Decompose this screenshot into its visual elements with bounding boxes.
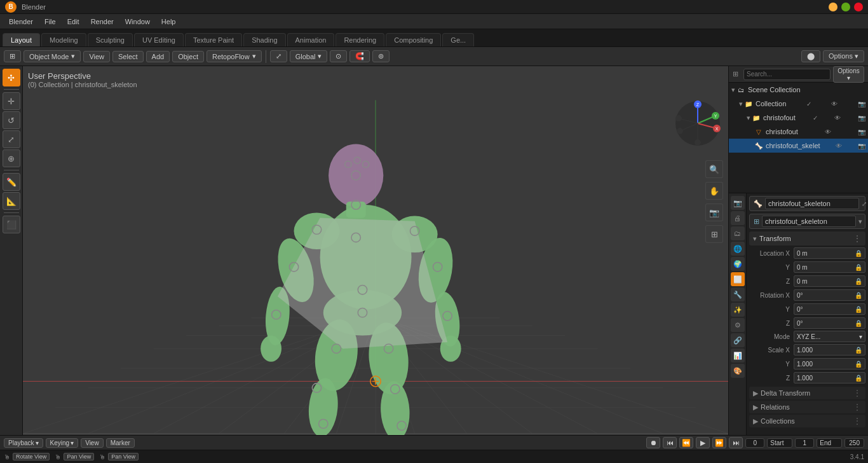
add-menu[interactable]: Add bbox=[146, 51, 170, 62]
scale-tool[interactable]: ⤢ bbox=[3, 130, 20, 148]
start-frame-field[interactable]: 1 bbox=[795, 438, 814, 448]
transform-dots-icon[interactable]: ⋮ bbox=[853, 233, 862, 244]
location-z-field[interactable]: 0 m 🔒 bbox=[794, 275, 865, 287]
outliner-item-christofout-folder[interactable]: ▾ 📁 christofout ✓ 👁 📷 bbox=[729, 111, 868, 125]
transform-tool[interactable]: ⊕ bbox=[3, 149, 20, 167]
menu-help[interactable]: Help bbox=[156, 17, 181, 27]
next-frame-btn[interactable]: ⏩ bbox=[712, 437, 726, 448]
annotate-tool[interactable]: ✏️ bbox=[3, 173, 20, 191]
christofout-folder-check-icon[interactable]: ✓ bbox=[813, 114, 818, 121]
menu-render[interactable]: Render bbox=[86, 17, 119, 27]
constraints-props-icon[interactable]: 🔗 bbox=[731, 333, 745, 347]
christofout-folder-eye-icon[interactable]: 👁 bbox=[834, 114, 841, 121]
christofout-mesh-eye-icon[interactable]: 👁 bbox=[825, 128, 831, 135]
close-button[interactable] bbox=[854, 3, 863, 11]
pivot-btn[interactable]: ⊙ bbox=[330, 50, 347, 62]
record-btn[interactable]: ⏺ bbox=[646, 437, 660, 448]
data-name-input[interactable] bbox=[762, 216, 856, 227]
rotate-tool[interactable]: ↺ bbox=[3, 111, 20, 129]
global-space-btn[interactable]: Global ▾ bbox=[290, 50, 328, 62]
location-x-lock-icon[interactable]: 🔒 bbox=[855, 250, 862, 257]
tab-layout[interactable]: Layout bbox=[3, 33, 40, 46]
outliner-item-collection[interactable]: ▾ 📁 Collection ✓ 👁 📷 bbox=[729, 97, 868, 111]
scale-y-lock-icon[interactable]: 🔒 bbox=[855, 361, 862, 368]
output-props-icon[interactable]: 🖨 bbox=[731, 211, 745, 225]
end-frame-field[interactable]: 250 bbox=[844, 438, 864, 448]
skeleton-cam-icon[interactable]: 📷 bbox=[858, 142, 865, 149]
play-btn[interactable]: ▶ bbox=[696, 437, 710, 448]
playback-menu[interactable]: Playback ▾ bbox=[4, 438, 43, 448]
location-y-lock-icon[interactable]: 🔒 bbox=[855, 264, 862, 271]
world-props-icon[interactable]: 🌍 bbox=[731, 257, 745, 271]
scale-x-field[interactable]: 1.000 🔒 bbox=[794, 344, 865, 356]
tab-animation[interactable]: Animation bbox=[287, 33, 335, 46]
tab-sculpting[interactable]: Sculpting bbox=[88, 33, 133, 46]
zoom-btn[interactable]: 🔍 bbox=[705, 160, 723, 178]
outliner-options-btn[interactable]: Options ▾ bbox=[833, 66, 864, 83]
tab-rendering[interactable]: Rendering bbox=[336, 33, 384, 46]
location-x-field[interactable]: 0 m 🔒 bbox=[794, 247, 865, 259]
delta-dots-icon[interactable]: ⋮ bbox=[853, 388, 862, 398]
scale-y-field[interactable]: 1.000 🔒 bbox=[794, 358, 865, 370]
skeleton-eye-icon[interactable]: 👁 bbox=[836, 142, 842, 149]
rotation-y-lock-icon[interactable]: 🔒 bbox=[855, 306, 862, 313]
maximize-button[interactable] bbox=[841, 3, 850, 11]
delta-transform-section[interactable]: ▶ Delta Transform ⋮ bbox=[749, 387, 865, 399]
tab-ge[interactable]: Ge... bbox=[442, 33, 474, 46]
location-y-field[interactable]: 0 m 🔒 bbox=[794, 261, 865, 273]
data-props-icon[interactable]: 📊 bbox=[731, 349, 745, 363]
rotation-x-field[interactable]: 0° 🔒 bbox=[794, 289, 865, 301]
skip-end-btn[interactable]: ⏭ bbox=[729, 437, 743, 448]
rotation-y-field[interactable]: 0° 🔒 bbox=[794, 303, 865, 315]
collection-check-icon[interactable]: ✓ bbox=[806, 100, 811, 107]
viewport[interactable]: User Perspective (0) Collection | christ… bbox=[23, 66, 728, 435]
collections-dots-icon[interactable]: ⋮ bbox=[853, 416, 862, 426]
tab-shading[interactable]: Shading bbox=[243, 33, 285, 46]
cursor-tool[interactable]: ✣ bbox=[3, 69, 20, 86]
object-props-icon[interactable]: ⬜ bbox=[731, 272, 745, 286]
editor-type-button[interactable]: ⊞ bbox=[4, 50, 21, 62]
collection-cam-icon[interactable]: 📷 bbox=[858, 100, 865, 107]
relations-dots-icon[interactable]: ⋮ bbox=[853, 402, 862, 412]
location-z-lock-icon[interactable]: 🔒 bbox=[855, 278, 862, 285]
tab-uv-editing[interactable]: UV Editing bbox=[134, 33, 184, 46]
scene-props-icon[interactable]: 🌐 bbox=[731, 242, 745, 256]
options-btn[interactable]: Options ▾ bbox=[823, 50, 864, 62]
object-menu[interactable]: Object bbox=[172, 51, 204, 62]
scale-z-lock-icon[interactable]: 🔒 bbox=[855, 375, 862, 382]
marker-menu[interactable]: Marker bbox=[106, 438, 135, 448]
viewport-options[interactable]: ⬤ bbox=[801, 50, 820, 62]
tab-modeling[interactable]: Modeling bbox=[41, 33, 86, 46]
transform-btn[interactable]: ⤢ bbox=[270, 50, 287, 62]
tab-compositing[interactable]: Compositing bbox=[386, 33, 441, 46]
christofout-folder-cam-icon[interactable]: 📷 bbox=[858, 114, 865, 121]
menu-file[interactable]: File bbox=[39, 17, 61, 27]
grid-btn[interactable]: ⊞ bbox=[705, 225, 723, 243]
menu-window[interactable]: Window bbox=[120, 17, 155, 27]
transform-section-header[interactable]: ▾ Transform ⋮ bbox=[749, 232, 865, 245]
select-menu[interactable]: Select bbox=[112, 51, 144, 62]
render-props-icon[interactable]: 📷 bbox=[731, 196, 745, 210]
scale-z-field[interactable]: 1.000 🔒 bbox=[794, 372, 865, 384]
prev-frame-btn[interactable]: ⏪ bbox=[679, 437, 693, 448]
pan-btn[interactable]: ✋ bbox=[705, 182, 723, 200]
physics-props-icon[interactable]: ⚙ bbox=[731, 318, 745, 332]
collections-section[interactable]: ▶ Collections ⋮ bbox=[749, 415, 865, 427]
view-menu[interactable]: View bbox=[83, 51, 110, 62]
modifier-props-icon[interactable]: 🔧 bbox=[731, 287, 745, 301]
keying-menu[interactable]: Keying ▾ bbox=[46, 438, 79, 448]
rotation-z-field[interactable]: 0° 🔒 bbox=[794, 317, 865, 329]
camera-btn[interactable]: 📷 bbox=[705, 204, 723, 221]
particles-props-icon[interactable]: ✨ bbox=[731, 303, 745, 317]
timeline-view-menu[interactable]: View bbox=[81, 438, 104, 448]
rotation-x-lock-icon[interactable]: 🔒 bbox=[855, 292, 862, 299]
move-tool[interactable]: ✛ bbox=[3, 92, 20, 110]
christofout-mesh-cam-icon[interactable]: 📷 bbox=[858, 128, 865, 135]
outliner-scene-collection[interactable]: ▾ 🗂 Scene Collection bbox=[729, 83, 868, 97]
minimize-button[interactable] bbox=[829, 3, 837, 11]
measure-tool[interactable]: 📐 bbox=[3, 192, 20, 210]
menu-edit[interactable]: Edit bbox=[62, 17, 85, 27]
outliner-search[interactable] bbox=[743, 69, 831, 80]
tab-texture-paint[interactable]: Texture Paint bbox=[185, 33, 242, 46]
object-mode-dropdown[interactable]: Object Mode ▾ bbox=[24, 50, 81, 62]
